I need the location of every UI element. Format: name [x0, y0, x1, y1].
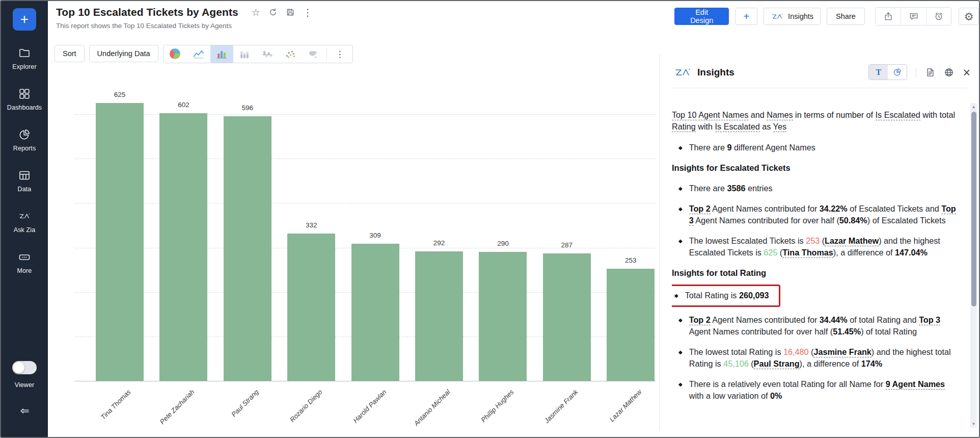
bullet-diamond-icon: ◆: [678, 142, 683, 153]
insight-link[interactable]: Top 3: [919, 315, 940, 325]
insight-link[interactable]: Is Escalated: [876, 110, 920, 120]
insights-panel-header: Insights T ×: [660, 54, 980, 80]
share-button[interactable]: Share: [827, 8, 865, 25]
bullet-diamond-icon: ◆: [678, 183, 683, 194]
insight-link[interactable]: 9 Agent Names: [886, 379, 945, 390]
text-view-button[interactable]: T: [869, 65, 888, 80]
app-window: + ExplorerDashboardsReportsDataAsk ZiaMo…: [0, 0, 980, 438]
language-globe-icon[interactable]: [944, 67, 954, 78]
insight-text: The lowest Escalated Tickets is: [689, 236, 806, 245]
bar-jasmine-frank[interactable]: [543, 253, 591, 381]
insight-text: (: [809, 347, 814, 356]
insight-link[interactable]: Jasmine Frank: [813, 347, 871, 357]
bar-harold-pawlan[interactable]: [351, 244, 399, 381]
line-chart-button[interactable]: [187, 45, 210, 63]
insight-text: ), a difference of: [800, 359, 861, 368]
insight-text: 50.84%: [839, 216, 867, 225]
bar-phillip-hughes[interactable]: [479, 252, 527, 381]
bar-chart-button[interactable]: [210, 45, 233, 63]
sort-button[interactable]: Sort: [55, 45, 85, 62]
grouped-bar-button[interactable]: [256, 45, 279, 63]
create-new-button[interactable]: +: [13, 8, 36, 31]
star-icon[interactable]: ☆: [252, 8, 260, 17]
bar-value-label: 625: [89, 91, 150, 98]
sidebar-item-label: Ask Zia: [1, 226, 48, 234]
sidebar-item-ask-zia[interactable]: Ask Zia: [1, 210, 48, 234]
insight-link[interactable]: Names: [767, 110, 793, 120]
bar-value-label: 309: [345, 231, 406, 239]
chart-options-kebab-button[interactable]: ⋮: [329, 45, 351, 63]
insights-panel-title: Insights: [697, 67, 734, 78]
bar-antanio-micheal[interactable]: [415, 251, 463, 381]
insight-text: (: [749, 359, 754, 368]
insight-link[interactable]: Yes: [773, 122, 786, 132]
sidebar-item-data[interactable]: Data: [1, 169, 48, 193]
refresh-icon[interactable]: [268, 8, 278, 17]
insight-bullet: ◆Top 2 Agent Names contributed for 34.44…: [672, 314, 956, 338]
sidebar-item-more[interactable]: More: [1, 251, 48, 274]
bar-value-label: 287: [536, 241, 597, 249]
save-icon[interactable]: [286, 8, 295, 17]
page-title: Top 10 Escalated Tickets by Agents: [56, 6, 238, 18]
scatter-plot-button[interactable]: [279, 45, 302, 63]
close-panel-button[interactable]: ×: [963, 67, 970, 78]
settings-button[interactable]: ⚙: [959, 8, 979, 25]
stacked-bar-button[interactable]: [233, 45, 256, 63]
kebab-icon[interactable]: ⋮: [303, 8, 313, 17]
pie-chart-icon: [170, 48, 182, 60]
bar-value-label: 596: [217, 104, 278, 112]
bar-pete-zachariah[interactable]: [159, 113, 207, 381]
chart-view-button[interactable]: [888, 65, 907, 80]
sidebar-item-reports[interactable]: Reports: [1, 128, 48, 152]
insight-link[interactable]: Top 2: [689, 204, 711, 214]
scrollbar-thumb[interactable]: [971, 112, 976, 306]
bar-value-label: 253: [600, 256, 661, 264]
line-chart-icon: [193, 48, 205, 60]
x-axis-label: Jasmine Frank: [513, 388, 580, 438]
bar-rozario-diego[interactable]: [287, 234, 335, 381]
insight-link[interactable]: Is Escalated: [715, 122, 760, 132]
bar-lazar-mathew[interactable]: [607, 269, 655, 381]
collapse-sidebar-button[interactable]: [1, 405, 48, 419]
insight-link[interactable]: Top 2: [689, 315, 711, 325]
alarm-button[interactable]: [926, 8, 951, 25]
table-icon: [18, 169, 31, 182]
panel-divider: [672, 88, 967, 88]
pie-chart-button[interactable]: [165, 45, 187, 63]
insight-text: Agent Names contributed for: [711, 315, 820, 324]
insight-text: with total: [920, 110, 955, 119]
sidebar-item-dashboards[interactable]: Dashboards: [1, 88, 48, 111]
underlying-data-button[interactable]: Underlying Data: [89, 45, 158, 62]
gear-icon: ⚙: [964, 11, 974, 22]
map-chart-button[interactable]: [302, 45, 325, 63]
scroll-up-icon[interactable]: ▲: [970, 105, 977, 109]
insight-link[interactable]: Rating: [672, 122, 696, 132]
panel-scrollbar[interactable]: ▲ ▼: [970, 103, 977, 428]
insight-link[interactable]: Top 10: [672, 110, 697, 120]
insight-link[interactable]: Paul Strang: [754, 359, 800, 369]
bar-value-label: 602: [153, 101, 214, 109]
insights-section-heading: Insights for total Rating: [672, 267, 956, 279]
comment-button[interactable]: [901, 8, 926, 25]
sidebar-item-explorer[interactable]: Explorer: [1, 47, 48, 70]
zia-insights-button[interactable]: Insights: [764, 8, 821, 25]
edit-design-button[interactable]: Edit Design: [674, 8, 729, 25]
stacked-bar-icon: [238, 48, 251, 60]
insight-link[interactable]: Agent Names: [698, 110, 748, 120]
add-button[interactable]: +: [735, 8, 757, 25]
bar-chart: 625Tina Thomas602Pete Zachariah596Paul S…: [75, 70, 656, 381]
x-axis-label: Pete Zachariah: [129, 388, 196, 438]
export-button[interactable]: [876, 8, 901, 25]
insights-content: Top 10 Agent Names and Names in terms of…: [672, 109, 956, 428]
insight-text: of total Rating and: [848, 315, 919, 324]
insight-link[interactable]: Lazar Mathew: [825, 236, 879, 246]
bar-tina-thomas[interactable]: [96, 103, 144, 381]
folder-icon: [18, 47, 31, 59]
insight-text: ), a difference of: [833, 248, 895, 257]
bar-paul-strang[interactable]: [224, 116, 271, 381]
viewer-toggle[interactable]: [12, 361, 37, 374]
tools-divider: [916, 68, 916, 77]
scroll-down-icon[interactable]: ▼: [970, 422, 977, 426]
report-doc-icon[interactable]: [925, 67, 935, 78]
insight-link[interactable]: Tina Thomas: [782, 248, 833, 258]
